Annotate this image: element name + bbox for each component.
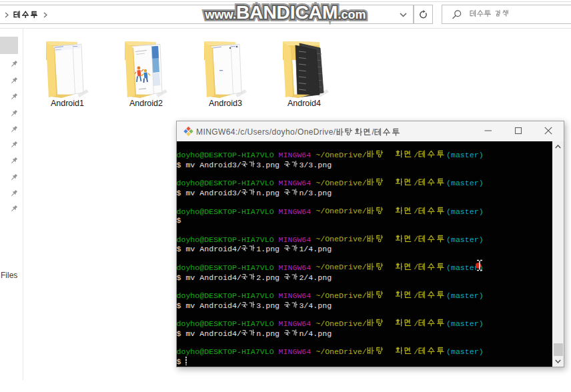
svg-text:www.BANDICAM.com: www.BANDICAM.com [205,2,366,23]
